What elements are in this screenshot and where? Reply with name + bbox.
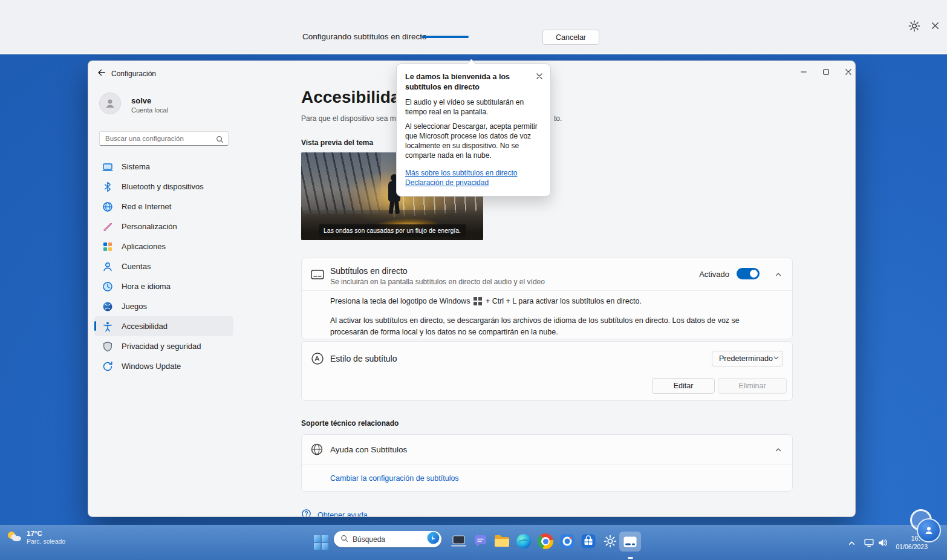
windows-update-icon [102, 361, 113, 372]
download-note: Al activar los subtítulos en directo, se… [330, 315, 767, 339]
preview-caption-overlay: Las ondas son causadas por un flujo de e… [319, 224, 466, 237]
apps-icon [102, 241, 113, 252]
shortcut-text-pre: Presiona la tecla del logotipo de Window… [330, 297, 470, 305]
sidebar-item-personalizacion[interactable]: Personalización [94, 217, 233, 236]
settings-search-box [99, 131, 229, 146]
sidebar-item-juegos[interactable]: Juegos [94, 296, 233, 316]
sidebar-item-sistema[interactable]: Sistema [94, 157, 233, 177]
live-captions-subtitle: Se incluirán en la pantalla subtítulos e… [330, 278, 545, 286]
dropdown-value: Predeterminado [719, 354, 773, 363]
live-captions-toggle[interactable] [737, 268, 760, 279]
account-type: Cuenta local [131, 106, 168, 114]
sidebar-item-bluetooth[interactable]: Bluetooth y dispositivos [94, 177, 233, 197]
captions-status-text: Configurando subtítulos en directo [302, 32, 427, 41]
search-input[interactable] [100, 132, 211, 145]
weather-icon [6, 530, 22, 545]
sidebar-item-label: Bluetooth y dispositivos [122, 182, 204, 191]
laptop-app-icon[interactable] [450, 533, 467, 550]
window-title: Configuración [111, 70, 156, 78]
live-captions-icon [310, 267, 325, 284]
chrome-icon[interactable] [537, 533, 554, 550]
live-captions-title: Subtítulos en directo [330, 266, 408, 276]
privacy-statement-link[interactable]: Declaración de privacidad [405, 178, 542, 188]
collapse-chevron-icon[interactable] [772, 268, 785, 281]
captions-settings-gear-icon[interactable] [908, 19, 921, 33]
more-about-captions-link[interactable]: Más sobre los subtítulos en directo [405, 169, 542, 178]
maximize-button[interactable] [817, 65, 835, 79]
sidebar-item-aplicaciones[interactable]: Aplicaciones [94, 236, 233, 256]
toggle-knob [750, 270, 758, 278]
caption-style-label: Estilo de subtítulo [330, 354, 397, 363]
get-help-link[interactable]: Obtener ayuda [317, 511, 368, 518]
active-app-indicator [628, 557, 633, 559]
taskbar: 17°C Parc. soleado Búsqueda [0, 525, 947, 560]
captions-close-icon[interactable] [931, 21, 940, 31]
sidebar-item-label: Accesibilidad [122, 322, 168, 331]
hidden-icons-chevron-icon[interactable] [848, 539, 856, 550]
sidebar-item-accesibilidad[interactable]: Accesibilidad [94, 316, 233, 336]
sidebar-item-label: Red e Internet [122, 202, 171, 211]
settings-gear-icon[interactable] [602, 533, 619, 550]
delete-button[interactable]: Eliminar [718, 378, 787, 394]
network-icon [102, 201, 113, 212]
minimize-button[interactable] [795, 65, 813, 79]
help-globe-icon [310, 443, 324, 458]
desktop: Configurando subtítulos en directo Cance… [0, 0, 947, 560]
sidebar-item-label: Juegos [122, 302, 147, 311]
sidebar-item-cuentas[interactable]: Cuentas [94, 256, 233, 276]
edge-icon[interactable] [515, 533, 532, 550]
system-icon [102, 161, 113, 172]
weather-widget[interactable]: 17°C Parc. soleado [6, 530, 65, 545]
weather-condition: Parc. soleado [27, 538, 65, 545]
close-button[interactable] [839, 65, 856, 79]
related-support-header: Soporte técnico relacionado [301, 419, 399, 428]
taskbar-search[interactable]: Búsqueda [334, 531, 441, 547]
sidebar-item-windows-update[interactable]: Windows Update [94, 356, 233, 376]
back-icon[interactable] [97, 68, 109, 80]
photos-app-icon[interactable] [559, 533, 576, 550]
personalization-icon [102, 221, 113, 232]
shortcut-hint: Presiona la tecla del logotipo de Window… [330, 297, 642, 305]
assistant-bubble-button[interactable] [917, 518, 941, 542]
help-card-title: Ayuda con Subtítulos [330, 445, 407, 454]
network-icon[interactable] [864, 537, 874, 550]
sidebar-item-red-internet[interactable]: Red e Internet [94, 197, 233, 217]
store-app-icon[interactable] [580, 533, 597, 550]
edit-button[interactable]: Editar [652, 378, 715, 394]
search-icon [216, 135, 224, 146]
collapse-chevron-icon[interactable] [772, 443, 785, 457]
page-intro-right: to. [554, 114, 562, 123]
sidebar-item-hora-idioma[interactable]: Hora e idioma [94, 276, 233, 296]
taskbar-search-label: Búsqueda [353, 535, 423, 544]
welcome-popup: Le damos la bienvenida a los subtítulos … [396, 63, 551, 197]
preview-label: Vista previa del tema [301, 138, 373, 147]
change-captions-settings-link[interactable]: Cambiar la configuración de subtítulos [330, 474, 459, 483]
progress-bar [421, 36, 469, 38]
help-card: Ayuda con Subtítulos Cambiar la configur… [301, 434, 793, 492]
popup-body-2: Al seleccionar Descargar, acepta permiti… [405, 122, 542, 160]
popup-close-icon[interactable] [535, 71, 544, 81]
caption-style-icon [310, 351, 325, 368]
toggle-state-label: Activado [699, 270, 729, 279]
clock-date: 01/06/2023 [887, 542, 928, 551]
privacy-shield-icon [102, 341, 113, 352]
sidebar-item-privacidad[interactable]: Privacidad y seguridad [94, 336, 233, 356]
teams-chat-icon[interactable] [472, 533, 489, 550]
sidebar-item-label: Windows Update [122, 362, 181, 371]
caption-style-card: Estilo de subtítulo Predeterminado Edita… [301, 341, 793, 401]
avatar[interactable] [99, 93, 121, 114]
chevron-down-icon [773, 354, 779, 363]
cancel-button[interactable]: Cancelar [542, 30, 599, 45]
sidebar-item-label: Hora e idioma [122, 282, 171, 291]
start-button[interactable] [314, 535, 328, 550]
caption-style-dropdown[interactable]: Predeterminado [712, 351, 783, 366]
user-name: solve [131, 96, 151, 105]
file-explorer-icon[interactable] [493, 533, 510, 550]
sidebar-item-label: Personalización [122, 222, 177, 231]
selected-indicator [94, 321, 96, 331]
popup-title: Le damos la bienvenida a los subtítulos … [405, 72, 531, 93]
sidebar-item-label: Cuentas [122, 262, 151, 271]
get-help-row: Obtener ayuda [301, 509, 368, 517]
sidebar-item-label: Aplicaciones [122, 242, 166, 251]
live-captions-app-icon[interactable] [619, 532, 641, 552]
